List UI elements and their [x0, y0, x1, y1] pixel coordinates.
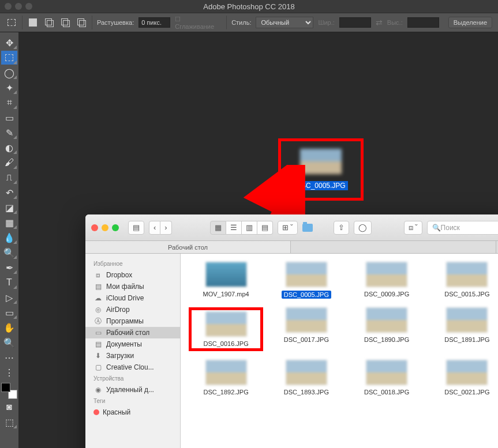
file-item[interactable]: DSC_1890.JPG [350, 307, 424, 351]
sidebar-item-Рабочий стол[interactable]: ▭Рабочий стол [85, 327, 180, 338]
select-and-mask-button[interactable]: Выделение [448, 17, 492, 28]
desktop-icon: ▭ [93, 329, 103, 337]
file-name: DSC_0018.JPG [364, 389, 409, 396]
dragged-thumbnail [300, 149, 342, 174]
view-list-button[interactable]: ☰ [226, 221, 242, 235]
file-name: DSC_0021.JPG [444, 389, 489, 396]
shape-tool[interactable]: ▭ [1, 306, 17, 319]
marquee-tool-icon[interactable] [6, 17, 17, 28]
sidebar-item-Документы[interactable]: ▤Документы [85, 338, 180, 350]
traffic-max[interactable] [25, 3, 32, 10]
file-item[interactable]: MOV_1907.mp4 [189, 262, 263, 299]
sidebar-item-iCloud Drive[interactable]: ☁iCloud Drive [85, 292, 180, 304]
marquee-tool[interactable] [1, 51, 17, 65]
file-grid[interactable]: MOV_1907.mp4DSC_0005.JPGDSC_0009.JPGDSC_… [181, 254, 498, 448]
view-icons-button[interactable]: ▦ [210, 221, 226, 235]
sidebar-heading-favorites: Избранное [85, 258, 180, 269]
traffic-min[interactable] [15, 3, 22, 10]
tab-desktop[interactable]: Рабочий стол [85, 241, 291, 253]
crop-tool[interactable]: ⌗ [1, 96, 17, 110]
canvas-area[interactable]: DSC_0005.JPG ▤ ‹ › ▦ ☰ [18, 32, 498, 448]
edit-toolbar[interactable]: ⋮ [1, 366, 17, 379]
file-item[interactable]: DSC_0015.JPG [430, 262, 498, 299]
frame-tool[interactable]: ▭ [1, 111, 17, 125]
selection-sub-icon[interactable] [59, 17, 71, 28]
blur-tool[interactable]: 💧 [1, 231, 17, 244]
brush-tool[interactable]: 🖌 [1, 156, 17, 170]
sidebar-item-label: Рабочий стол [106, 329, 149, 337]
sidebar-item-Мои файлы[interactable]: ▤Мои файлы [85, 281, 180, 292]
color-swatches[interactable] [1, 383, 17, 399]
folder-icon [302, 224, 313, 232]
eraser-tool[interactable]: ◪ [1, 201, 17, 214]
dropbox-button[interactable]: ⧈ ˇ [404, 221, 422, 235]
tag-label: Красный [103, 408, 130, 416]
view-gallery-button[interactable]: ▤ [257, 221, 273, 235]
finder-close-icon[interactable] [91, 224, 98, 231]
selection-intersect-icon[interactable] [76, 17, 87, 28]
share-button[interactable]: ⇧ [334, 221, 349, 235]
sidebar-item-label: Программы [106, 317, 144, 325]
pen-tool[interactable]: ✒ [1, 261, 17, 274]
sidebar-item-label: AirDrop [106, 306, 130, 314]
file-item[interactable]: DSC_0021.JPG [430, 360, 498, 396]
screen-mode-tool[interactable]: ⬚ [1, 415, 17, 429]
file-item[interactable]: DSC_0009.JPG [350, 262, 424, 299]
width-input [339, 17, 371, 28]
eyedropper-tool[interactable]: ✎ [1, 126, 17, 140]
hand-tool[interactable]: ✋ [1, 321, 17, 334]
file-name: DSC_1891.JPG [444, 336, 489, 343]
traffic-close[interactable] [5, 3, 12, 10]
file-item[interactable]: DSC_1891.JPG [430, 307, 498, 351]
selection-new-icon[interactable] [27, 17, 39, 28]
dodge-tool[interactable]: 🔍 [1, 246, 17, 259]
file-item[interactable]: DSC_1893.JPG [269, 360, 343, 396]
quick-mask-tool[interactable]: ◙ [1, 400, 17, 414]
more-tools[interactable]: ⋯ [1, 351, 17, 364]
file-item[interactable]: DSC_0018.JPG [350, 360, 424, 396]
lasso-tool[interactable]: ◯ [1, 66, 17, 80]
path-select-tool[interactable]: ▷ [1, 291, 17, 304]
disc-icon: ◉ [93, 386, 103, 394]
file-item[interactable]: DSC_0017.JPG [269, 307, 343, 351]
file-name: DSC_0005.JPG [282, 291, 331, 299]
history-brush-tool[interactable]: ↶ [1, 186, 17, 199]
type-tool[interactable]: T [1, 276, 17, 289]
style-select[interactable]: Обычный [256, 17, 313, 28]
finder-window: ▤ ‹ › ▦ ☰ ▥ ▤ ⊞ ˇ ⇧ ◯ ⧈ ˇ 🔍 [85, 214, 498, 448]
clone-stamp-tool[interactable]: ⎍ [1, 171, 17, 185]
tab-other[interactable] [291, 241, 496, 253]
tags-button[interactable]: ◯ [354, 221, 372, 235]
sidebar-toggle-button[interactable]: ▤ [128, 221, 144, 235]
selection-add-icon[interactable] [43, 17, 55, 28]
move-tool[interactable]: ✥ [1, 36, 17, 50]
search-input[interactable]: 🔍 Поиск [427, 221, 498, 235]
sidebar-item-Загрузки[interactable]: ⬇Загрузки [85, 350, 180, 362]
cloud-icon: ☁ [93, 295, 103, 302]
back-button[interactable]: ‹ [149, 221, 160, 235]
sidebar-item-Удаленный д...[interactable]: ◉Удаленный д... [85, 384, 180, 396]
sidebar-tag-Красный[interactable]: Красный [85, 406, 180, 418]
sidebar-item-Dropbox[interactable]: ⧈Dropbox [85, 269, 180, 281]
sidebar-item-Creative Clou...[interactable]: ▢Creative Clou... [85, 362, 180, 373]
file-item[interactable]: DSC_0016.JPG [189, 307, 263, 351]
file-thumbnail [446, 307, 488, 333]
healing-brush-tool[interactable]: ◐ [1, 141, 17, 155]
view-columns-button[interactable]: ▥ [242, 221, 257, 235]
sidebar-item-AirDrop[interactable]: ◎AirDrop [85, 304, 180, 315]
zoom-tool[interactable]: 🔍 [1, 336, 17, 349]
arrange-button[interactable]: ⊞ ˇ [278, 221, 298, 235]
dragged-file-preview: DSC_0005.JPG [278, 138, 364, 201]
finder-max-icon[interactable] [112, 224, 119, 231]
sidebar-item-label: iCloud Drive [106, 294, 144, 302]
file-thumbnail [366, 360, 407, 385]
path-control[interactable] [302, 224, 313, 232]
sidebar-item-Программы[interactable]: ⒶПрограммы [85, 315, 180, 327]
forward-button[interactable]: › [160, 221, 171, 235]
file-item[interactable]: DSC_0005.JPG [269, 262, 343, 299]
gradient-tool[interactable]: ▦ [1, 216, 17, 229]
feather-input[interactable] [138, 17, 170, 28]
file-item[interactable]: DSC_1892.JPG [189, 360, 263, 396]
finder-min-icon[interactable] [102, 224, 108, 231]
magic-wand-tool[interactable]: ✦ [1, 81, 17, 95]
